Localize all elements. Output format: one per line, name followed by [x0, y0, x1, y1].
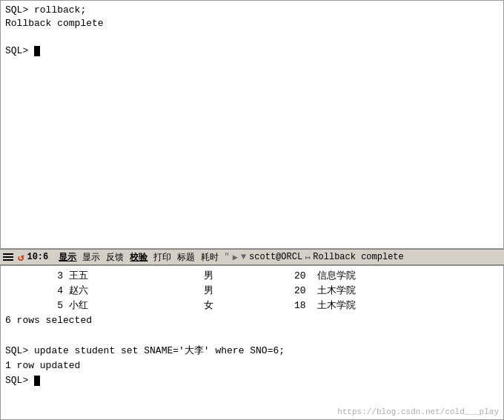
status-btn-display1[interactable]: 显示 — [56, 251, 79, 264]
pin-icon: ↦ — [305, 252, 311, 263]
status-bar: ↺ 10:6 显示 显示 反馈 校验 打印 标题 耗时 " ▶ ▼ scott@… — [0, 249, 504, 265]
status-btn-check[interactable]: 校验 — [127, 251, 150, 264]
watermark: https://blog.csdn.net/cold___play — [337, 407, 499, 416]
status-rollback: ↦ Rollback complete — [305, 252, 404, 263]
rollback-text: Rollback complete — [313, 252, 403, 262]
separator-dropdown: ▼ — [241, 252, 246, 262]
status-btn-title[interactable]: 标题 — [175, 251, 197, 264]
refresh-icon: ↺ — [18, 251, 24, 264]
status-btn-print[interactable]: 打印 — [151, 251, 173, 264]
status-user: scott@ORCL — [249, 252, 302, 262]
top-sql-prompt: SQL> — [5, 45, 34, 56]
status-btn-display2[interactable]: 显示 — [80, 251, 102, 264]
separator-quote: " — [224, 252, 229, 262]
bottom-sql-prompt: SQL> — [5, 375, 34, 386]
status-bar-left: ↺ 10:6 显示 显示 反馈 校验 打印 标题 耗时 " ▶ ▼ scott@… — [3, 251, 404, 264]
hamburger-icon[interactable] — [3, 252, 15, 262]
status-btn-feedback[interactable]: 反馈 — [104, 251, 126, 264]
top-terminal: SQL> rollback; Rollback complete SQL> — [0, 0, 504, 249]
bottom-terminal: 3 王五 男 20 信息学院 4 赵六 男 20 土木学院 5 小红 女 18 … — [0, 265, 504, 420]
top-terminal-content: SQL> rollback; Rollback complete SQL> — [5, 4, 499, 58]
separator-play: ▶ — [233, 252, 238, 263]
status-btn-timing[interactable]: 耗时 — [199, 251, 221, 264]
status-buttons: 显示 显示 反馈 校验 打印 标题 耗时 — [56, 251, 221, 264]
cursor-position: 10:6 — [27, 252, 53, 262]
bottom-terminal-content: 3 王五 男 20 信息学院 4 赵六 男 20 土木学院 5 小红 女 18 … — [5, 269, 499, 388]
